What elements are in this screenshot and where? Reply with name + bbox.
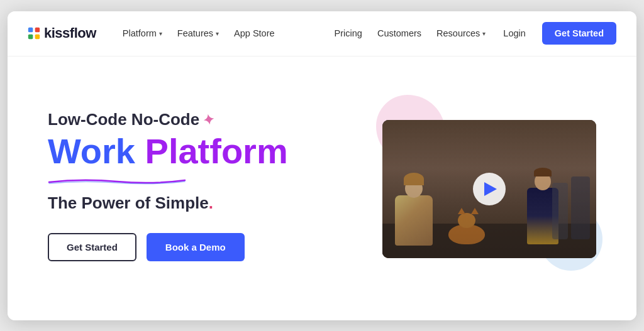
video-play-button[interactable]: [473, 173, 506, 205]
svg-rect-0: [28, 28, 33, 33]
nav-right: Pricing Customers Resources ▾ Login Get …: [328, 22, 616, 45]
nav-item-customers[interactable]: Customers: [371, 23, 428, 43]
play-icon: [484, 182, 497, 196]
chevron-down-icon: ▾: [482, 30, 486, 37]
nav-item-login[interactable]: Login: [494, 23, 534, 43]
svg-rect-2: [28, 35, 33, 39]
nav-item-appstore[interactable]: App Store: [228, 23, 281, 43]
hero-section: Low-Code No-Code ✦ Work Platform The Pow…: [8, 57, 636, 320]
nav-get-started-button[interactable]: Get Started: [542, 22, 616, 45]
hero-content: Low-Code No-Code ✦ Work Platform The Pow…: [48, 110, 370, 261]
squiggle-decoration: ✦: [202, 112, 216, 130]
nav-item-resources[interactable]: Resources ▾: [430, 23, 492, 43]
kissflow-icon: [28, 27, 40, 40]
nav-item-pricing[interactable]: Pricing: [328, 23, 369, 43]
svg-rect-3: [35, 35, 40, 39]
svg-rect-1: [35, 28, 40, 33]
hero-power-text: The Power of Simple.: [48, 193, 350, 213]
hero-buttons: Get Started Book a Demo: [48, 233, 350, 261]
get-started-button[interactable]: Get Started: [48, 233, 136, 261]
nav-item-platform[interactable]: Platform ▾: [116, 23, 169, 43]
chevron-down-icon: ▾: [216, 30, 219, 37]
nav-item-features[interactable]: Features ▾: [171, 23, 225, 43]
hero-subtitle: Low-Code No-Code ✦: [48, 110, 199, 129]
hero-title: Work Platform: [48, 132, 350, 171]
chevron-down-icon: ▾: [159, 30, 162, 37]
logo[interactable]: kissflow: [28, 25, 96, 41]
logo-text: kissflow: [44, 25, 96, 41]
video-thumbnail[interactable]: [382, 120, 596, 258]
book-demo-button[interactable]: Book a Demo: [147, 233, 245, 261]
hero-video-area: [370, 114, 596, 258]
navbar: kissflow Platform ▾ Features ▾ App Store…: [8, 11, 636, 57]
hero-title-underline: [48, 176, 186, 181]
nav-left: Platform ▾ Features ▾ App Store: [116, 23, 281, 43]
browser-window: kissflow Platform ▾ Features ▾ App Store…: [8, 11, 636, 320]
